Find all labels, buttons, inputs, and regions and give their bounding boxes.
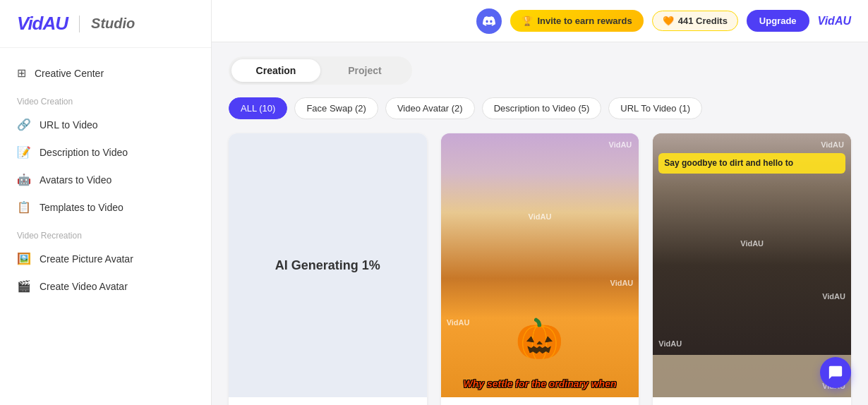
template-icon: 📋 xyxy=(17,200,31,214)
video-grid: AI Generating 1% URL To Video 🎃 xyxy=(229,133,851,405)
vidau-brand-header: VidAU xyxy=(818,15,851,28)
description-to-video-label: Description to Video xyxy=(40,147,128,158)
tab-project[interactable]: Project xyxy=(320,59,409,82)
url-to-video-label: URL to Video xyxy=(40,119,98,131)
sidebar: VidAU Studio ⊞ Creative Center Video Cre… xyxy=(0,0,212,405)
link-icon: 🔗 xyxy=(17,118,31,131)
upgrade-button[interactable]: Upgrade xyxy=(747,10,809,32)
video-thumb-3: Say goodbye to dirt and hello to VidAU V… xyxy=(653,133,851,397)
card-2-label: Description to Video xyxy=(441,397,639,405)
discord-button[interactable] xyxy=(476,8,502,34)
avatars-to-video-label: Avatars to Video xyxy=(40,174,111,186)
templates-to-video-label: Templates to Video xyxy=(40,202,123,213)
studio-text: Studio xyxy=(91,16,135,32)
halloween-image: 🎃 Why settle for the ordinary when VidAU… xyxy=(441,133,639,397)
section-label-video-creation: Video Creation xyxy=(0,87,211,111)
credits-value: 441 Credits xyxy=(678,16,728,26)
sidebar-logo: VidAU Studio xyxy=(0,0,211,48)
invite-reward-button[interactable]: 🏆 Invite to earn rewards xyxy=(510,10,643,32)
sidebar-item-create-picture-avatar[interactable]: 🖼️ Create Picture Avatar xyxy=(0,245,211,272)
card-1-label: URL To Video xyxy=(229,397,427,405)
generating-placeholder: AI Generating 1% xyxy=(229,133,427,397)
logo-text: VidAU xyxy=(17,13,68,35)
reward-icon: 🏆 xyxy=(522,16,533,26)
credits-icon: 🧡 xyxy=(663,16,674,26)
video-icon: 🎬 xyxy=(17,279,31,293)
pumpkin-emoji: 🎃 xyxy=(515,316,564,362)
credits-badge: 🧡 441 Credits xyxy=(652,11,738,31)
video-thumb-2: 🎃 Why settle for the ordinary when VidAU… xyxy=(441,133,639,397)
generating-text: AI Generating 1% xyxy=(275,258,380,273)
card-3-label: Description to Video xyxy=(653,397,851,405)
video-card-2[interactable]: 🎃 Why settle for the ordinary when VidAU… xyxy=(441,133,639,405)
header: 🏆 Invite to earn rewards 🧡 441 Credits U… xyxy=(212,0,868,42)
tabs-bar: Creation Project xyxy=(229,56,412,85)
create-picture-avatar-label: Create Picture Avatar xyxy=(40,253,133,265)
grid-icon: ⊞ xyxy=(17,66,26,80)
avatar-icon: 🤖 xyxy=(17,173,31,186)
sidebar-item-creative-center[interactable]: ⊞ Creative Center xyxy=(0,59,211,87)
main-content: 🏆 Invite to earn rewards 🧡 441 Credits U… xyxy=(212,0,868,405)
filter-url-to-video[interactable]: URL To Video (1) xyxy=(608,97,702,119)
video-thumb-1: AI Generating 1% xyxy=(229,133,427,397)
sidebar-item-create-video-avatar[interactable]: 🎬 Create Video Avatar xyxy=(0,272,211,300)
filter-video-avatar[interactable]: Video Avatar (2) xyxy=(385,97,475,119)
man-caption: Say goodbye to dirt and hello to xyxy=(658,153,845,174)
tab-creation[interactable]: Creation xyxy=(231,59,320,82)
sidebar-item-avatars-to-video[interactable]: 🤖 Avatars to Video xyxy=(0,166,211,193)
video-card-1[interactable]: AI Generating 1% URL To Video xyxy=(229,133,427,405)
sidebar-nav: ⊞ Creative Center Video Creation 🔗 URL t… xyxy=(0,48,211,311)
man-image: Say goodbye to dirt and hello to VidAU V… xyxy=(653,133,851,397)
sidebar-item-url-to-video[interactable]: 🔗 URL to Video xyxy=(0,111,211,138)
section-label-video-recreation: Video Recreation xyxy=(0,221,211,245)
logo-divider xyxy=(79,16,80,32)
sidebar-item-description-to-video[interactable]: 📝 Description to Video xyxy=(0,138,211,166)
sidebar-item-templates-to-video[interactable]: 📋 Templates to Video xyxy=(0,193,211,221)
halloween-caption: Why settle for the ordinary when xyxy=(441,377,639,390)
creative-center-label: Creative Center xyxy=(35,68,104,79)
filter-bar: ALL (10) Face Swap (2) Video Avatar (2) … xyxy=(229,97,851,119)
reward-label: Invite to earn rewards xyxy=(537,16,632,26)
filter-all[interactable]: ALL (10) xyxy=(229,97,287,119)
content-area: Creation Project ALL (10) Face Swap (2) … xyxy=(212,42,868,405)
chat-button[interactable] xyxy=(820,357,851,388)
create-video-avatar-label: Create Video Avatar xyxy=(40,281,128,292)
filter-face-swap[interactable]: Face Swap (2) xyxy=(294,97,378,119)
description-icon: 📝 xyxy=(17,145,31,159)
picture-icon: 🖼️ xyxy=(17,252,31,265)
filter-desc-to-video[interactable]: Description to Video (5) xyxy=(482,97,602,119)
